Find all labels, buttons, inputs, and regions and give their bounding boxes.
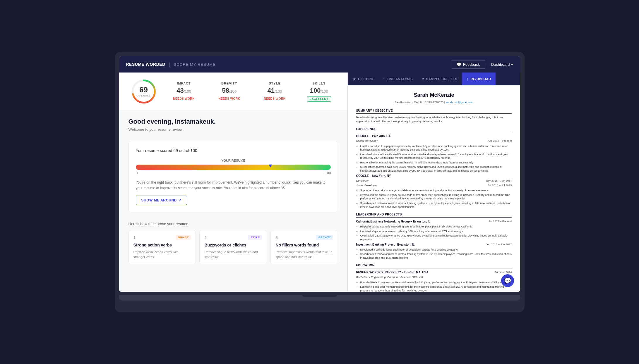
education-bullet-1: Founded ReferRoom to organize social eve…	[360, 281, 512, 284]
line-analysis-label: LINE ANALYSIS	[387, 77, 413, 81]
overall-score: 69 OVERALL	[126, 78, 161, 105]
header: RESUME WORDED | SCORE MY RESUME 💬 Feedba…	[119, 56, 520, 73]
resume-leadership-title: LEADERSHIP AND PROJECTS	[356, 212, 512, 218]
job-1-bullet-2: Launched Miami office with lead Director…	[360, 153, 512, 160]
card-1-desc: Replace weak action verbs with stronger …	[133, 250, 191, 259]
improve-card-1-header: 1 IMPACT	[133, 235, 191, 240]
improve-title: Here's how to improve your resume.	[129, 222, 338, 226]
job-1-role-line: Senior Developer Apr 2017 – Present	[356, 139, 512, 143]
improve-card-2: 2 STYLE Buzzwords or cliches Remove vagu…	[199, 230, 267, 264]
score-metrics: IMPACT 43/100 NEEDS WORK BREVITY 58/100 …	[161, 79, 341, 104]
feedback-label: Feedback	[463, 62, 480, 67]
job-2-bullet-3: Spearheaded redevelopment of internal tr…	[360, 201, 512, 209]
gauge-min: 0	[136, 171, 138, 175]
project-1-bullet-3: Overhauled U.K. strategy for a top U.S. …	[360, 234, 512, 241]
job-1-bullet-4: Successfully analyzed data from 25000 mo…	[360, 165, 512, 172]
header-divider: |	[169, 61, 170, 68]
project-1-date: Jul 2017 – Present	[489, 219, 512, 224]
laptop-base	[119, 295, 520, 301]
gauge-container: ▼ 0 100	[136, 165, 331, 175]
metric-skills-label: SKILLS	[307, 82, 331, 85]
metric-skills: SKILLS 100/100 EXCELLENT	[302, 79, 336, 104]
job-2-bullets: Supported the product manager and data s…	[360, 189, 512, 209]
re-upload-label: RE-UPLOAD	[470, 77, 491, 81]
metric-skills-status: EXCELLENT	[307, 96, 331, 102]
show-me-around-button[interactable]: SHOW ME AROUND ↗	[136, 196, 187, 205]
welcome-greeting: Good evening, Instamakeuk.	[129, 118, 338, 125]
main-content: 69 OVERALL IMPACT 43/100 NEEDS WORK	[119, 73, 520, 292]
dashboard-label: Dashboard	[491, 62, 510, 67]
sample-bullets-button[interactable]: ≡ SAMPLE BULLETS	[417, 73, 462, 85]
upload-icon: ↑	[467, 77, 469, 81]
card-1-title: Strong action verbs	[133, 243, 191, 247]
laptop-stand	[302, 295, 337, 297]
card-3-number: 3	[275, 235, 277, 240]
job-2-company-line: GOOGLE – New York, NY	[356, 174, 512, 178]
card-2-number: 2	[204, 235, 206, 240]
card-3-desc: Remove superfluous words that take up sp…	[275, 250, 333, 259]
score-section: 69 OVERALL IMPACT 43/100 NEEDS WORK	[119, 73, 348, 111]
metric-impact: IMPACT 43/100 NEEDS WORK	[166, 79, 202, 104]
project-1-name: California Business Networking Group – E…	[356, 219, 430, 224]
welcome-subtitle: Welcome to your resume review.	[129, 127, 338, 132]
card-3-title: No fillers words found	[275, 243, 333, 247]
project-2-bullet-1: Developed a sell-side ideas pitch book o…	[360, 248, 512, 252]
chat-icon: 💬	[504, 277, 511, 284]
laptop-frame: RESUME WORDED | SCORE MY RESUME 💬 Feedba…	[115, 52, 525, 312]
education-degree: Bachelor of Engineering, Computer Scienc…	[356, 275, 512, 279]
dashboard-button[interactable]: Dashboard ▾	[491, 62, 513, 67]
improve-card-1: 1 IMPACT Strong action verbs Replace wea…	[129, 230, 196, 264]
resume-summary: I'm a hardworking, results-driven softwa…	[356, 115, 512, 123]
score-card-title: Your resume scored 69 out of 100.	[136, 148, 331, 153]
improve-card-3: 3 BREVITY No fillers words found Remove …	[270, 230, 338, 264]
education-bullets: Founded ReferRoom to organize social eve…	[360, 281, 512, 292]
project-1-line: California Business Networking Group – E…	[356, 219, 512, 224]
education-date: Summer 2014	[494, 270, 512, 275]
card-1-tag: IMPACT	[176, 235, 191, 240]
metric-brevity-label: BREVITY	[216, 82, 242, 85]
header-subtitle: SCORE MY RESUME	[174, 62, 215, 67]
project-2-date: Jun 2016 – Jun 2017	[486, 242, 512, 247]
overall-score-number: 69	[136, 86, 151, 94]
score-description: You're on the right track, but there's s…	[136, 180, 331, 191]
improve-card-3-header: 3 BREVITY	[275, 235, 333, 240]
screen: RESUME WORDED | SCORE MY RESUME 💬 Feedba…	[119, 56, 520, 292]
project-1-bullets: Helped organize quarterly networking eve…	[360, 225, 512, 241]
gauge-max: 100	[325, 171, 331, 175]
job-2-role-2: Junior Developer	[356, 183, 377, 187]
project-1-bullet-2: Identified steps to reduce return rates …	[360, 230, 512, 233]
education-bullet-2: Led training and peer-mentoring programs…	[360, 285, 512, 292]
project-1-bullet-1: Helped organize quarterly networking eve…	[360, 225, 512, 229]
job-1-company: GOOGLE – Palo Alto, CA	[356, 134, 390, 138]
job-2-role-2-line: Junior Developer Jul 2014 – Jul 2015	[356, 183, 512, 187]
arrow-icon: ↗	[179, 198, 182, 202]
metric-style: STYLE 41/100 NEEDS WORK	[257, 79, 293, 104]
score-overlay: 69 OVERALL	[136, 86, 151, 97]
star-icon: ★	[352, 77, 356, 81]
resume-contact: San Francisco, CA | P: +1 215 2778870 | …	[356, 100, 512, 104]
right-panel: ★ GET PRO ↑ LINE ANALYSIS ≡ SAMPLE BULLE…	[347, 73, 520, 292]
line-analysis-button[interactable]: ↑ LINE ANALYSIS	[378, 73, 417, 85]
resume-content: Sarah McKenzie San Francisco, CA | P: +1…	[348, 85, 520, 292]
analysis-icon: ↑	[383, 77, 385, 81]
resume-email[interactable]: sarahmck@gmail.com	[446, 101, 473, 104]
card-1-number: 1	[133, 235, 136, 240]
score-circle: 69 OVERALL	[131, 78, 157, 105]
resume-name: Sarah McKenzie	[356, 91, 512, 99]
gauge-bar: ▼	[136, 165, 331, 170]
job-1-bullet-1: Led the transition to a paperless practi…	[360, 144, 512, 152]
get-pro-label: GET PRO	[358, 77, 374, 81]
feedback-button[interactable]: 💬 Feedback	[451, 60, 485, 69]
re-upload-button[interactable]: ↑ RE-UPLOAD	[462, 73, 496, 85]
job-1-company-line: GOOGLE – Palo Alto, CA	[356, 134, 512, 138]
overall-score-label: OVERALL	[136, 94, 151, 97]
improve-card-2-header: 2 STYLE	[204, 235, 262, 240]
job-2-company: GOOGLE – New York, NY	[356, 174, 391, 178]
project-2-bullets: Developed a sell-side ideas pitch book o…	[360, 248, 512, 260]
job-2-bullet-2: Overhauled the obsolete legacy source co…	[360, 193, 512, 201]
job-2-date-2: Jul 2014 – Jul 2015	[488, 183, 512, 187]
metric-impact-score: 43/100	[171, 87, 197, 94]
improve-section: Here's how to improve your resume. 1 IMP…	[119, 217, 348, 269]
get-pro-button[interactable]: ★ GET PRO	[348, 73, 378, 85]
bullets-icon: ≡	[422, 77, 424, 81]
